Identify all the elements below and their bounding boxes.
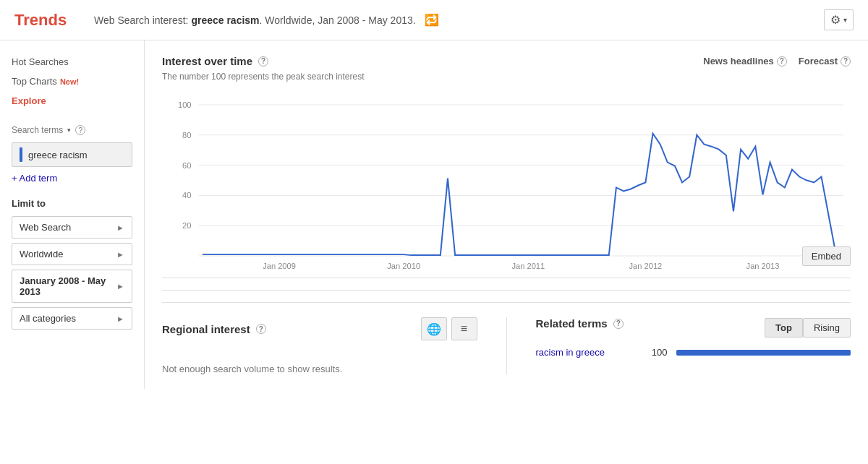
svg-text:20: 20 <box>182 221 191 230</box>
svg-text:Jan 2012: Jan 2012 <box>629 262 663 270</box>
related-term-bar <box>676 350 851 356</box>
svg-text:Jan 2009: Jan 2009 <box>263 262 296 270</box>
search-terms-title: Search terms ▾ ? <box>12 125 132 135</box>
sidebar-item-top-charts[interactable]: Top ChartsNew! <box>12 72 132 91</box>
filter-arrow-icon: ► <box>116 314 124 323</box>
related-term-bar-bg <box>676 350 851 356</box>
regional-controls: 🌐 ≡ <box>421 317 477 340</box>
filter-arrow-icon: ► <box>116 282 124 291</box>
svg-text:100: 100 <box>178 100 192 109</box>
header: Trends Web Search interest: greece racis… <box>0 0 868 40</box>
forecast-help-icon[interactable]: ? <box>841 56 851 66</box>
list-view-button[interactable]: ≡ <box>451 317 477 340</box>
search-terms-help-icon[interactable]: ? <box>75 125 85 135</box>
news-headlines-help-icon[interactable]: ? <box>777 56 787 66</box>
settings-button[interactable]: ⚙ ▾ <box>824 9 854 30</box>
filter-web-search[interactable]: Web Search ► <box>12 216 132 239</box>
search-terms-section: Search terms ▾ ? greece racism + Add ter… <box>0 125 144 184</box>
settings-arrow-icon: ▾ <box>843 16 847 24</box>
filter-categories[interactable]: All categories ► <box>12 307 132 330</box>
header-suffix: . Worldwide, Jan 2008 - May 2013. <box>260 14 416 26</box>
filter-date-range[interactable]: January 2008 - May 2013 ► <box>12 270 132 303</box>
header-prefix: Web Search interest: <box>94 14 191 26</box>
regional-interest-section: Regional interest ? 🌐 ≡ Not enough searc… <box>162 317 507 374</box>
related-term-score: 100 <box>646 347 668 358</box>
main-layout: Hot Searches Top ChartsNew! Explore Sear… <box>0 40 868 389</box>
filter-worldwide[interactable]: Worldwide ► <box>12 243 132 265</box>
new-badge: New! <box>60 77 79 86</box>
section-divider <box>162 290 851 291</box>
globe-icon: 🌐 <box>427 322 441 336</box>
map-view-button[interactable]: 🌐 <box>421 317 447 340</box>
add-term-button[interactable]: + Add term <box>12 173 132 184</box>
regional-interest-title: Regional interest ? <box>162 323 266 335</box>
limit-to-title: Limit to <box>12 198 132 209</box>
section-subtitle-interest: The number 100 represents the peak searc… <box>162 72 851 82</box>
search-term-item[interactable]: greece racism <box>12 142 132 167</box>
interest-over-time-section: Interest over time ? News headlines ? Fo… <box>162 55 851 278</box>
interest-chart: 100 80 60 40 20 Jan 2009 Jan 2010 Jan 20… <box>162 90 851 278</box>
bottom-sections: Regional interest ? 🌐 ≡ Not enough searc… <box>162 302 851 374</box>
filter-arrow-icon: ► <box>116 250 124 259</box>
forecast-button[interactable]: Forecast ? <box>799 56 851 66</box>
sidebar-nav: Hot Searches Top ChartsNew! Explore <box>0 52 144 111</box>
share-icon[interactable]: 🔁 <box>425 14 439 26</box>
tab-rising-button[interactable]: Rising <box>803 318 851 338</box>
related-help-icon[interactable]: ? <box>613 319 624 329</box>
tab-top-button[interactable]: Top <box>765 318 803 338</box>
section-title-interest: Interest over time ? News headlines ? Fo… <box>162 55 851 67</box>
svg-text:60: 60 <box>182 161 191 170</box>
header-term: greece racism <box>191 14 259 26</box>
svg-text:Jan 2010: Jan 2010 <box>387 262 420 270</box>
search-term-label: greece racism <box>28 150 88 160</box>
limit-to-section: Limit to Web Search ► Worldwide ► Januar… <box>0 198 144 330</box>
settings-gear-icon: ⚙ <box>830 13 841 27</box>
main-content: Interest over time ? News headlines ? Fo… <box>145 40 868 389</box>
regional-help-icon[interactable]: ? <box>256 324 266 334</box>
svg-text:Jan 2011: Jan 2011 <box>511 262 545 270</box>
header-description: Web Search interest: greece racism. Worl… <box>94 13 809 27</box>
related-term-link[interactable]: racism in greece <box>536 347 637 358</box>
embed-button[interactable]: Embed <box>802 246 851 266</box>
list-icon: ≡ <box>461 322 467 335</box>
sidebar-item-explore[interactable]: Explore <box>12 91 132 111</box>
sidebar: Hot Searches Top ChartsNew! Explore Sear… <box>0 40 145 389</box>
svg-text:80: 80 <box>182 131 191 139</box>
related-term-row: racism in greece 100 <box>536 347 851 358</box>
svg-text:40: 40 <box>182 192 191 200</box>
no-data-message: Not enough search volume to show results… <box>162 364 477 374</box>
term-color-bar <box>20 147 22 162</box>
interest-help-icon[interactable]: ? <box>258 56 268 66</box>
dropdown-arrow-icon[interactable]: ▾ <box>67 126 71 134</box>
related-terms-title: Related terms ? <box>536 317 624 330</box>
svg-text:Jan 2013: Jan 2013 <box>746 262 780 270</box>
app-logo: Trends <box>14 11 72 30</box>
filter-arrow-icon: ► <box>116 223 124 232</box>
related-terms-section: Related terms ? Top Rising racism in gre… <box>507 317 851 374</box>
news-headlines-button[interactable]: News headlines ? <box>703 56 787 66</box>
chart-svg: 100 80 60 40 20 Jan 2009 Jan 2010 Jan 20… <box>162 90 851 278</box>
sidebar-item-hot-searches[interactable]: Hot Searches <box>12 52 132 72</box>
